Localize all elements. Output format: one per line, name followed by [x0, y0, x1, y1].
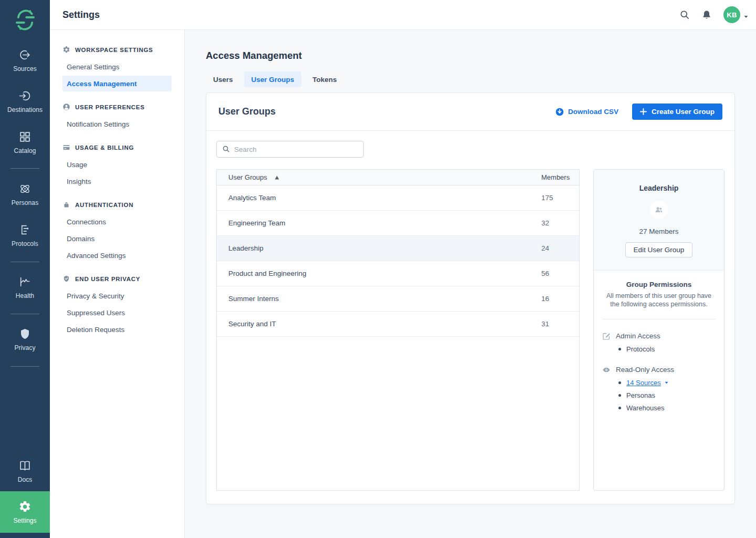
rail-item-sources[interactable]: Sources	[0, 48, 50, 73]
create-user-group-button[interactable]: Create User Group	[632, 104, 722, 120]
settings-icon	[18, 500, 32, 513]
subnav-item-connections[interactable]: Connections	[62, 214, 172, 230]
tab-bar: UsersUser GroupsTokens	[206, 71, 735, 87]
rail-item-label: Personas	[12, 199, 39, 206]
subnav-item-general-settings[interactable]: General Settings	[62, 59, 172, 75]
group-name-cell: Summer Interns	[217, 295, 541, 303]
permission-list: Protocols	[618, 345, 716, 353]
download-csv-label: Download CSV	[568, 108, 618, 116]
segment-logo-icon[interactable]	[0, 8, 50, 32]
rail-item-protocols[interactable]: Protocols	[0, 223, 50, 247]
subnav-section: USER PREFERENCESNotification Settings	[50, 99, 184, 132]
subnav-section-title: AUTHENTICATION	[75, 202, 133, 208]
table-row[interactable]: Engineering Team32	[217, 211, 579, 236]
eye-icon	[602, 366, 611, 374]
subnav-item-notification-settings[interactable]: Notification Settings	[62, 116, 172, 132]
group-permissions-title: Group Permissions	[602, 281, 716, 288]
settings-subnav: WORKSPACE SETTINGSGeneral SettingsAccess…	[50, 30, 185, 538]
group-name-cell: Engineering Team	[217, 219, 541, 227]
search-input[interactable]	[216, 141, 364, 158]
user-circle-icon	[62, 103, 70, 111]
subnav-section: USAGE & BILLINGUsageInsights	[50, 139, 184, 189]
group-name-cell: Product and Engineering	[217, 270, 541, 277]
column-header-members[interactable]: Members	[541, 173, 579, 181]
search-box	[216, 141, 364, 158]
docs-icon	[18, 459, 32, 472]
tab-tokens[interactable]: Tokens	[305, 71, 344, 87]
search-icon[interactable]	[679, 9, 690, 20]
bell-icon[interactable]	[701, 9, 712, 20]
rail-item-label: Docs	[18, 476, 33, 483]
group-name-cell: Leadership	[217, 244, 541, 252]
subnav-item-domains[interactable]: Domains	[62, 231, 172, 246]
sources-icon	[18, 48, 32, 61]
table-row[interactable]: Summer Interns16	[217, 286, 579, 312]
sort-asc-icon	[275, 175, 279, 180]
detail-members-count: 27 Members	[599, 227, 719, 235]
table-row[interactable]: Product and Engineering56	[217, 261, 579, 286]
subnav-section-header: END USER PRIVACY	[50, 271, 184, 287]
detail-group-name: Leadership	[599, 184, 719, 192]
subnav-item-deletion-requests[interactable]: Deletion Requests	[62, 322, 172, 337]
main-content: Access Management UsersUser GroupsTokens…	[185, 30, 756, 538]
download-circle-icon	[555, 108, 564, 116]
permission-group-label: Admin Access	[616, 332, 660, 340]
rail-item-docs[interactable]: Docs	[0, 459, 50, 483]
rail-item-health[interactable]: Health	[0, 275, 50, 299]
tab-user-groups[interactable]: User Groups	[244, 71, 302, 87]
subnav-item-usage[interactable]: Usage	[62, 157, 172, 172]
table-row[interactable]: Security and IT31	[217, 312, 579, 337]
catalog-icon	[18, 130, 32, 143]
app-rail: SourcesDestinationsCatalogPersonasProtoc…	[0, 0, 50, 538]
subnav-section-header: WORKSPACE SETTINGS	[50, 42, 184, 58]
group-avatar-icon	[650, 201, 668, 219]
permission-group: Read-Only Access14 SourcesPersonasWareho…	[602, 366, 716, 412]
table-header-row: User Groups Members	[217, 170, 579, 185]
divider	[602, 319, 716, 319]
rail-item-catalog[interactable]: Catalog	[0, 130, 50, 154]
download-csv-button[interactable]: Download CSV	[555, 108, 618, 116]
rail-item-label: Health	[16, 292, 34, 299]
user-menu[interactable]: KB	[723, 6, 749, 23]
card-title: User Groups	[218, 106, 276, 117]
subnav-item-insights[interactable]: Insights	[62, 173, 172, 189]
subnav-item-suppressed-users[interactable]: Suppressed Users	[62, 305, 172, 320]
chevron-down-icon[interactable]	[664, 379, 669, 384]
rail-item-destinations[interactable]: Destinations	[0, 89, 50, 113]
rail-item-label: Catalog	[14, 147, 36, 154]
group-detail-panel: Leadership 27 Members Edit User Group Gr…	[593, 169, 724, 491]
tab-users[interactable]: Users	[206, 71, 240, 87]
rail-item-settings[interactable]: Settings	[0, 491, 50, 533]
table-row[interactable]: Leadership24	[217, 236, 579, 261]
rail-item-label: Protocols	[12, 240, 38, 247]
sources-link[interactable]: 14 Sources	[626, 379, 661, 387]
subnav-item-access-management[interactable]: Access Management	[62, 76, 172, 91]
protocols-icon	[18, 223, 32, 236]
subnav-section-header: USER PREFERENCES	[50, 99, 184, 115]
permission-item: Personas	[618, 391, 716, 399]
rail-item-personas[interactable]: Personas	[0, 182, 50, 206]
search-icon	[222, 145, 230, 153]
subnav-section-header: USAGE & BILLING	[50, 139, 184, 156]
table-row[interactable]: Analytics Team175	[217, 185, 579, 211]
health-icon	[18, 275, 32, 288]
edit-user-group-button[interactable]: Edit User Group	[625, 242, 693, 257]
lock-icon	[62, 201, 70, 209]
rail-item-label: Settings	[13, 517, 36, 524]
subnav-item-privacy-security[interactable]: Privacy & Security	[62, 288, 172, 304]
rail-divider	[10, 168, 39, 169]
rail-item-privacy[interactable]: Privacy	[0, 327, 50, 351]
subnav-item-advanced-settings[interactable]: Advanced Settings	[62, 247, 172, 263]
subnav-section: AUTHENTICATIONConnectionsDomainsAdvanced…	[50, 196, 184, 263]
subnav-section: END USER PRIVACYPrivacy & SecuritySuppre…	[50, 271, 184, 337]
column-header-user-groups[interactable]: User Groups	[217, 173, 541, 181]
members-count-cell: 16	[541, 295, 579, 303]
permission-group-label: Read-Only Access	[616, 366, 674, 374]
shield-check-icon	[62, 275, 70, 283]
create-user-group-label: Create User Group	[652, 108, 715, 116]
user-groups-table: User Groups Members Analytics Team175Eng…	[216, 169, 580, 491]
avatar[interactable]: KB	[723, 6, 740, 23]
group-name-cell: Security and IT	[217, 320, 541, 328]
plus-icon	[640, 108, 647, 115]
members-count-cell: 31	[541, 320, 579, 328]
